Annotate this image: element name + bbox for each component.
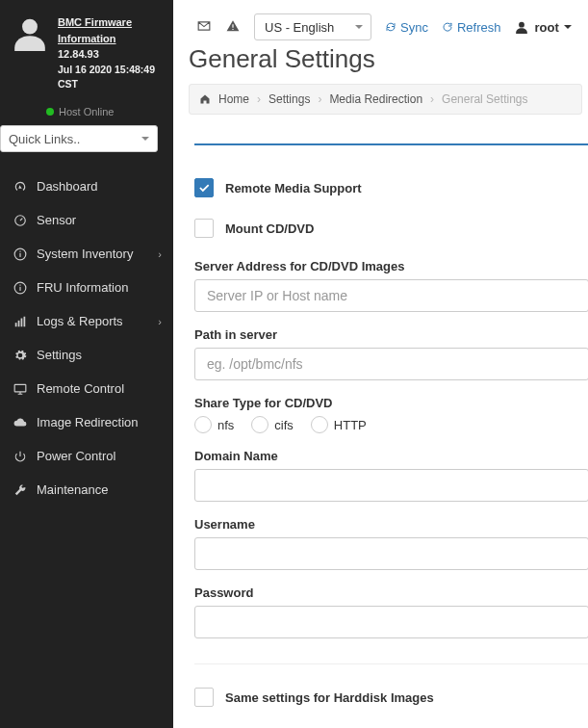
sidebar-item-maintenance[interactable]: Maintenance xyxy=(0,473,173,507)
password-input[interactable] xyxy=(194,606,588,638)
mount-cd-checkbox[interactable] xyxy=(194,219,214,238)
quicklinks-select[interactable]: Quick Links.. xyxy=(0,125,158,152)
avatar xyxy=(12,14,48,51)
user-menu[interactable]: root xyxy=(514,20,571,35)
share-type-options: nfs cifs HTTP xyxy=(194,416,588,433)
mail-icon[interactable] xyxy=(196,19,212,36)
sidebar-item-image-redirection[interactable]: Image Redirection xyxy=(0,405,173,439)
share-option-cifs: cifs xyxy=(251,416,294,433)
same-hdd-row: Same settings for Harddisk Images xyxy=(194,682,588,713)
breadcrumb-sep: › xyxy=(430,92,434,106)
password-block: Password xyxy=(194,585,588,638)
chevron-down-icon xyxy=(355,25,363,29)
share-option-http: HTTP xyxy=(311,416,367,433)
sidebar-item-label: System Inventory xyxy=(37,247,133,261)
remote-media-checkbox[interactable] xyxy=(194,178,214,197)
share-type-label: Share Type for CD/DVD xyxy=(194,396,588,410)
share-option-nfs: nfs xyxy=(194,416,234,433)
main: US - English Sync Refresh root General S… xyxy=(183,0,588,728)
svg-rect-4 xyxy=(19,250,20,251)
host-status-label: Host Online xyxy=(59,106,114,117)
nfs-label: nfs xyxy=(217,418,234,432)
breadcrumb-current: General Settings xyxy=(442,92,527,106)
info-icon xyxy=(13,281,27,295)
nav: Dashboard Sensor System Inventory › FRU … xyxy=(0,169,173,507)
username-input[interactable] xyxy=(194,537,588,570)
cifs-radio[interactable] xyxy=(251,416,268,433)
host-status: Host Online xyxy=(0,102,173,117)
sync-link[interactable]: Sync xyxy=(385,20,428,35)
path-block: Path in server xyxy=(194,327,588,380)
breadcrumb: Home › Settings › Media Redirection › Ge… xyxy=(189,84,582,115)
sidebar-item-power-control[interactable]: Power Control xyxy=(0,439,173,473)
password-label: Password xyxy=(194,585,588,600)
sidebar-item-label: Maintenance xyxy=(37,482,108,497)
svg-rect-9 xyxy=(18,320,20,325)
svg-rect-6 xyxy=(19,286,20,290)
sidebar-item-dashboard[interactable]: Dashboard xyxy=(0,169,173,203)
remote-media-label: Remote Media Support xyxy=(225,181,362,195)
home-icon xyxy=(199,93,211,105)
cloud-icon xyxy=(13,416,27,429)
http-radio[interactable] xyxy=(311,416,328,433)
username-label: Username xyxy=(194,517,588,532)
power-icon xyxy=(13,450,27,463)
share-type-block: Share Type for CD/DVD nfs cifs HTTP xyxy=(194,396,588,433)
firmware-version: 12.84.93 xyxy=(58,46,162,63)
breadcrumb-settings[interactable]: Settings xyxy=(268,92,310,106)
sidebar-item-logs[interactable]: Logs & Reports › xyxy=(0,304,173,338)
chevron-right-icon: › xyxy=(158,248,162,260)
svg-rect-11 xyxy=(24,316,26,326)
sidebar-item-label: Image Redirection xyxy=(37,415,139,429)
divider xyxy=(194,663,588,664)
status-dot-icon xyxy=(46,108,54,116)
refresh-label: Refresh xyxy=(457,20,501,35)
language-select[interactable]: US - English xyxy=(254,13,371,40)
svg-rect-10 xyxy=(21,318,23,326)
server-address-cd-input[interactable] xyxy=(194,279,588,312)
breadcrumb-sep: › xyxy=(318,92,321,106)
sidebar-item-settings[interactable]: Settings xyxy=(0,338,173,372)
username-block: Username xyxy=(194,517,588,570)
nfs-radio[interactable] xyxy=(194,416,212,433)
sidebar-item-remote-control[interactable]: Remote Control xyxy=(0,372,173,405)
mount-cd-label: Mount CD/DVD xyxy=(225,221,314,236)
chevron-down-icon xyxy=(141,137,149,141)
gear-icon xyxy=(13,349,27,362)
page-title: General Settings xyxy=(183,40,588,76)
breadcrumb-media[interactable]: Media Redirection xyxy=(329,92,422,106)
sidebar-item-label: Logs & Reports xyxy=(37,314,123,328)
warning-icon[interactable] xyxy=(225,19,241,36)
sync-label: Sync xyxy=(400,20,428,35)
sidebar: BMC Firmware Information 12.84.93 Jul 16… xyxy=(0,0,173,728)
sidebar-item-label: FRU Information xyxy=(37,280,128,295)
refresh-link[interactable]: Refresh xyxy=(442,20,501,35)
sidebar-header: BMC Firmware Information 12.84.93 Jul 16… xyxy=(0,0,173,102)
sidebar-item-label: Settings xyxy=(37,348,82,362)
domain-input[interactable] xyxy=(194,469,588,502)
settings-card: Remote Media Support Mount CD/DVD Server… xyxy=(194,143,588,728)
domain-label: Domain Name xyxy=(194,449,588,463)
svg-rect-3 xyxy=(19,252,20,256)
breadcrumb-sep: › xyxy=(257,92,261,106)
path-label: Path in server xyxy=(194,327,588,342)
remote-media-row: Remote Media Support xyxy=(194,172,588,203)
mount-cd-row: Mount CD/DVD xyxy=(194,213,588,244)
svg-rect-8 xyxy=(15,323,17,326)
http-label: HTTP xyxy=(334,418,367,432)
sidebar-item-system-inventory[interactable]: System Inventory › xyxy=(0,237,173,271)
breadcrumb-home[interactable]: Home xyxy=(218,92,249,106)
firmware-timestamp: Jul 16 2020 15:48:49 CST xyxy=(58,63,162,93)
firmware-title[interactable]: BMC Firmware Information xyxy=(58,14,162,46)
chevron-right-icon: › xyxy=(158,316,162,327)
same-hdd-checkbox[interactable] xyxy=(194,688,214,707)
svg-rect-7 xyxy=(19,284,20,285)
sidebar-item-label: Dashboard xyxy=(37,179,98,194)
sidebar-item-label: Sensor xyxy=(37,213,76,227)
svg-point-13 xyxy=(520,22,525,28)
chevron-down-icon xyxy=(564,25,572,29)
info-icon xyxy=(13,247,27,261)
sidebar-item-sensor[interactable]: Sensor xyxy=(0,203,173,237)
sidebar-item-fru[interactable]: FRU Information xyxy=(0,271,173,304)
path-input[interactable] xyxy=(194,348,588,380)
